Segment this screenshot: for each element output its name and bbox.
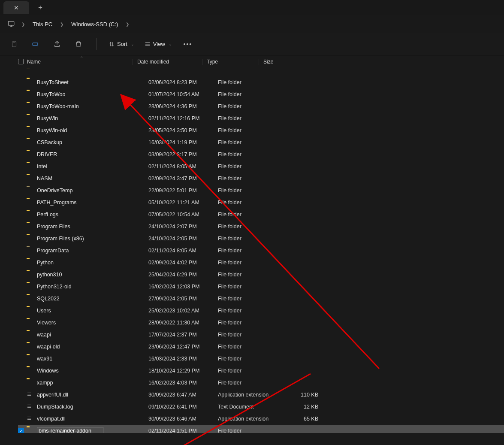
table-row[interactable]: Windows18/10/2024 12:29 PMFile folder — [18, 365, 504, 377]
file-date: 16/03/2024 2:33 PM — [148, 356, 218, 362]
delete-icon[interactable] — [73, 39, 84, 50]
table-row[interactable]: BusyToWoo-main28/06/2024 4:36 PMFile fol… — [18, 100, 504, 112]
table-row[interactable]: Viewers28/09/2022 11:30 AMFile folder — [18, 317, 504, 329]
breadcrumb-drive[interactable]: Windows-SSD (C:) — [69, 20, 121, 28]
file-name[interactable]: CSBackup — [37, 139, 148, 145]
table-row[interactable]: 02/11/2024 1:51 PMFile folder — [18, 425, 504, 433]
col-size[interactable]: Size — [259, 59, 297, 65]
table-row[interactable]: Python02/09/2024 4:02 PMFile folder — [18, 257, 504, 269]
table-row[interactable]: vfcompat.dll30/09/2023 6:46 AMApplicatio… — [18, 413, 504, 425]
table-row[interactable]: wax9116/03/2024 2:33 PMFile folder — [18, 353, 504, 365]
table-row[interactable]: python31025/04/2024 6:29 PMFile folder — [18, 269, 504, 281]
file-name[interactable]: Program Files — [37, 224, 148, 230]
paste-icon[interactable] — [9, 39, 20, 50]
table-row[interactable]: Python312-old16/02/2024 12:03 PMFile fol… — [18, 281, 504, 293]
rename-icon[interactable] — [30, 39, 41, 50]
chevron-right-icon[interactable]: ❯ — [57, 22, 67, 27]
table-row[interactable]: SQL202227/09/2024 2:05 PMFile folder — [18, 293, 504, 305]
more-button[interactable]: ••• — [182, 39, 193, 50]
table-row[interactable]: waapi17/07/2024 2:37 PMFile folder — [18, 329, 504, 341]
file-name[interactable]: DumpStack.log — [37, 404, 148, 410]
table-row[interactable]: Intel02/11/2024 8:05 AMFile folder — [18, 160, 504, 173]
file-name[interactable]: BusyWin-old — [37, 127, 148, 133]
active-tab[interactable]: ✕ — [3, 1, 29, 14]
scroll-up-caret[interactable]: ⌃ — [80, 56, 83, 61]
table-row[interactable]: DumpStack.log09/10/2022 6:41 PMText Docu… — [18, 401, 504, 413]
file-name[interactable]: ProgramData — [37, 248, 148, 254]
table-row[interactable]: ProgramData02/11/2024 8:05 AMFile folder — [18, 245, 504, 257]
file-name[interactable]: BusyToWoo — [37, 91, 148, 97]
table-row[interactable]: BusyWin-old23/05/2024 3:50 PMFile folder — [18, 124, 504, 136]
file-name[interactable]: Python312-old — [37, 284, 148, 290]
address-bar[interactable]: ❯ This PC ❯ Windows-SSD (C:) ❯ — [0, 15, 504, 33]
file-name[interactable]: BusyToWoo-main — [37, 103, 148, 109]
table-row[interactable]: NASM02/09/2024 3:47 PMFile folder — [18, 173, 504, 185]
table-row[interactable] — [18, 69, 504, 76]
share-icon[interactable] — [51, 39, 63, 50]
file-date: 02/11/2024 8:05 AM — [148, 163, 218, 170]
table-row[interactable]: BusyToWoo01/07/2024 10:54 AMFile folder — [18, 88, 504, 100]
file-name[interactable]: xampp — [37, 380, 148, 386]
col-type[interactable]: Type — [202, 59, 259, 65]
col-date[interactable]: Date modified — [133, 59, 202, 65]
file-name[interactable]: python310 — [37, 272, 148, 278]
file-name[interactable]: PATH_Programs — [37, 200, 148, 206]
table-row[interactable]: appverifUI.dll30/09/2023 6:47 AMApplicat… — [18, 389, 504, 401]
table-row[interactable]: xampp16/02/2023 4:03 PMFile folder — [18, 377, 504, 389]
table-row[interactable]: PATH_Programs05/10/2022 11:21 AMFile fol… — [18, 197, 504, 209]
file-name[interactable]: DRIVER — [37, 151, 148, 157]
file-type: File folder — [218, 79, 293, 85]
column-headers[interactable]: Name Date modified Type Size — [0, 55, 504, 68]
file-name[interactable]: BusyWin — [37, 115, 148, 121]
file-name[interactable]: SQL2022 — [37, 296, 148, 302]
file-name[interactable]: Viewers — [37, 320, 148, 326]
sort-button[interactable]: Sort ⌄ — [109, 41, 134, 47]
file-name[interactable]: OneDriveTemp — [37, 188, 148, 194]
file-name[interactable]: wax91 — [37, 356, 148, 362]
new-tab-button[interactable]: ＋ — [33, 1, 48, 14]
table-row[interactable]: Program Files (x86)24/10/2024 2:05 PMFil… — [18, 233, 504, 245]
file-name[interactable]: NASM — [37, 176, 148, 182]
breadcrumb-root[interactable]: This PC — [30, 20, 55, 28]
file-name[interactable]: PerfLogs — [37, 212, 148, 218]
row-checkbox[interactable] — [18, 428, 27, 433]
table-row[interactable]: BusyWin02/11/2024 12:16 PMFile folder — [18, 112, 504, 124]
col-name[interactable]: Name — [18, 59, 133, 65]
folder-icon — [27, 139, 34, 146]
table-row[interactable]: DRIVER03/09/2022 8:17 PMFile folder — [18, 148, 504, 160]
close-tab-icon[interactable]: ✕ — [14, 4, 19, 11]
table-row[interactable]: PerfLogs07/05/2022 10:54 AMFile folder — [18, 209, 504, 221]
chevron-right-icon[interactable]: ❯ — [18, 22, 28, 27]
file-name[interactable]: vfcompat.dll — [37, 416, 148, 422]
file-date: 02/06/2024 8:23 PM — [148, 79, 218, 85]
folder-icon — [27, 103, 34, 110]
table-row[interactable]: Users25/02/2023 10:02 AMFile folder — [18, 305, 504, 317]
file-name[interactable] — [37, 427, 148, 433]
monitor-icon[interactable] — [6, 19, 16, 29]
view-button[interactable]: View ⌄ — [145, 41, 172, 47]
folder-icon — [27, 211, 34, 218]
file-name[interactable]: Program Files (x86) — [37, 236, 148, 242]
file-type: File folder — [218, 260, 293, 266]
file-type: File folder — [218, 248, 293, 254]
table-row[interactable]: BusyToSheet02/06/2024 8:23 PMFile folder — [18, 76, 504, 88]
file-name[interactable]: waapi-old — [37, 344, 148, 350]
file-name[interactable]: appverifUI.dll — [37, 392, 148, 398]
rename-input[interactable] — [37, 427, 103, 433]
file-name[interactable]: Windows — [37, 368, 148, 374]
file-name[interactable]: BusyToSheet — [37, 79, 148, 85]
folder-icon — [27, 175, 34, 182]
file-name[interactable]: Intel — [37, 163, 148, 170]
chevron-right-icon[interactable]: ❯ — [122, 22, 133, 27]
dll-file-icon — [27, 391, 34, 398]
text-file-icon — [27, 403, 34, 410]
file-date: 18/10/2024 12:29 PM — [148, 368, 218, 374]
table-row[interactable]: Program Files24/10/2024 2:07 PMFile fold… — [18, 221, 504, 233]
table-row[interactable]: OneDriveTemp22/09/2022 5:01 PMFile folde… — [18, 185, 504, 197]
file-name[interactable]: waapi — [37, 332, 148, 338]
file-name[interactable]: Users — [37, 308, 148, 314]
select-all-checkbox[interactable] — [18, 59, 24, 64]
table-row[interactable]: waapi-old23/06/2024 12:47 PMFile folder — [18, 341, 504, 353]
table-row[interactable]: CSBackup16/03/2024 1:19 PMFile folder — [18, 136, 504, 148]
file-name[interactable]: Python — [37, 260, 148, 266]
